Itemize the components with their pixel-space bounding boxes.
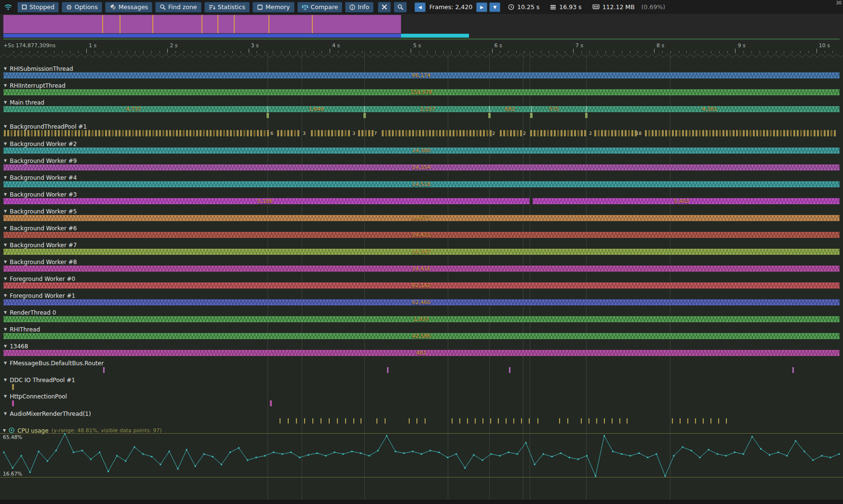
frame-overview[interactable] [0,14,843,41]
collapse-arrow-icon[interactable]: ▼ [4,124,7,129]
collapse-arrow-icon[interactable]: ▼ [4,100,7,105]
zone-tick[interactable] [627,418,628,424]
thread-row-label[interactable]: ▼Background Worker #6 [4,225,77,232]
collapse-arrow-icon[interactable]: ▼ [4,293,7,298]
zone-tick[interactable] [337,418,338,424]
zone-tick[interactable] [270,400,272,406]
collapse-arrow-icon[interactable]: ▼ [4,411,7,416]
zone-tick[interactable] [387,367,388,373]
zone-tick[interactable] [680,418,681,424]
zone-tick[interactable] [726,418,727,424]
zone-tick[interactable] [304,418,305,424]
find-zone-button[interactable]: Find zone [155,2,201,13]
zone-tick[interactable] [581,418,582,424]
zone-tick[interactable] [467,418,468,424]
collapse-arrow-icon[interactable]: ▼ [4,327,7,332]
zone-tick[interactable] [385,418,386,424]
thread-row-label[interactable]: ▼RHIThread [4,326,40,333]
zone-tick[interactable] [409,418,410,424]
compare-button[interactable]: Compare [297,2,343,13]
zone-tick[interactable] [296,418,297,424]
tools-button[interactable] [378,2,391,13]
zone-tick[interactable] [459,418,460,424]
collapse-arrow-icon[interactable]: ▼ [4,192,7,197]
prev-frame-button[interactable]: ◀ [415,2,426,12]
collapse-arrow-icon[interactable]: ▼ [4,344,7,348]
collapse-arrow-icon[interactable]: ▼ [4,83,7,88]
thread-row-label[interactable]: ▼RHIInterruptThread [4,82,66,89]
collapse-arrow-icon[interactable]: ▼ [4,175,7,180]
wifi-connection-icon[interactable] [4,3,13,11]
collapse-arrow-icon[interactable]: ▼ [4,159,7,163]
collapse-arrow-icon[interactable]: ▼ [4,66,7,71]
thread-row-label[interactable]: ▼RHISubmissionThread [4,65,73,72]
zone-tick[interactable] [288,418,289,424]
zone-tick[interactable] [506,418,507,424]
thread-row-label[interactable]: ▼Background Worker #8 [4,258,77,265]
zone-tick[interactable] [321,418,321,424]
thread-row-label[interactable]: ▼BackgroundThreadPool #1 [4,123,87,130]
dense-zone-ticks[interactable] [3,130,840,136]
zone-tick[interactable] [345,418,346,424]
zoom-button[interactable] [394,2,407,13]
zone-tick[interactable] [353,418,354,424]
zone-tick[interactable] [482,418,483,424]
thread-row-label[interactable]: ▼Background Worker #5 [4,208,77,215]
zone-tick[interactable] [567,418,568,424]
thread-row-label[interactable]: ▼Background Worker #4 [4,174,77,181]
cpu-usage-chart[interactable] [0,433,843,477]
zone-tick[interactable] [612,418,613,424]
collapse-arrow-icon[interactable]: ▼ [4,226,7,230]
memory-button[interactable]: Memory [253,2,294,13]
thread-row-label[interactable]: ▼Main thread [4,99,44,106]
zone-tick[interactable] [718,418,719,424]
zone-tick[interactable] [452,418,453,424]
zone-tick[interactable] [792,367,794,373]
zone-tick[interactable] [695,418,696,424]
thread-row-label[interactable]: ▼FMessageBus.DefaultBus.Router [4,359,104,367]
thread-row-label[interactable]: ▼DDC IO ThreadPool #1 [4,376,75,384]
zone-tick[interactable] [619,418,620,424]
thread-row-label[interactable]: ▼Foreground Worker #1 [4,292,75,299]
thread-row-label[interactable]: ▼Background Worker #7 [4,241,77,249]
collapse-arrow-icon[interactable]: ▼ [4,277,7,281]
info-button[interactable]: Info [345,2,374,13]
zone-tick[interactable] [12,384,14,390]
thread-row-label[interactable]: ▼13468 [4,343,28,350]
stopped-button[interactable]: Stopped [17,2,59,13]
zone-tick[interactable] [703,418,704,424]
zone-tick[interactable] [361,418,361,424]
next-frame-button[interactable]: ▶ [476,2,487,12]
zone-tick[interactable] [103,367,105,373]
zone-tick[interactable] [596,418,597,424]
zone-tick[interactable] [687,418,688,424]
zone-tick[interactable] [312,418,313,424]
collapse-arrow-icon[interactable]: ▼ [4,142,7,146]
thread-row-label[interactable]: ▼Background Worker #2 [4,140,77,147]
zone-tick[interactable] [513,418,514,424]
collapse-arrow-icon[interactable]: ▼ [4,378,7,382]
thread-row-label[interactable]: ▼RenderThread 0 [4,309,56,316]
collapse-arrow-icon[interactable]: ▼ [4,394,7,398]
zone-tick[interactable] [529,418,530,424]
thread-row-label[interactable]: ▼AudioMixerRenderThread(1) [4,410,91,417]
zone-tick[interactable] [475,418,476,424]
zone-tick[interactable] [376,418,377,424]
collapse-arrow-icon[interactable]: ▼ [4,310,7,315]
zone-tick[interactable] [589,418,589,424]
collapse-arrow-icon[interactable]: ▼ [3,428,6,433]
collapse-arrow-icon[interactable]: ▼ [4,209,7,213]
zone-tick[interactable] [498,418,499,424]
zone-tick[interactable] [12,400,14,406]
zone-tick[interactable] [280,418,281,424]
thread-row-label[interactable]: ▼HttpConnectionPool [4,393,67,400]
cpu-usage-header[interactable]: ▼ CPU usage (y-range: 48.81%, visible da… [3,426,162,435]
zone-tick[interactable] [425,418,426,424]
zone-tick[interactable] [604,418,605,424]
thread-row-label[interactable]: ▼Background Worker #9 [4,157,77,164]
thread-row-label[interactable]: ▼Foreground Worker #0 [4,275,75,282]
zone-tick[interactable] [537,418,538,424]
collapse-arrow-icon[interactable]: ▼ [4,361,7,365]
zone-tick[interactable] [329,418,330,424]
zone-tick[interactable] [490,418,491,424]
